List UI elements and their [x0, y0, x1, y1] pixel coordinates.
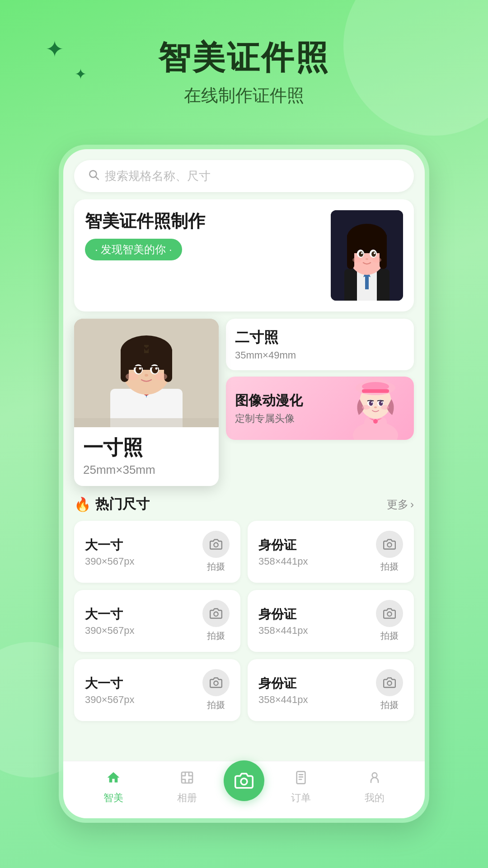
size-item-4-dim: 390×567px: [85, 694, 135, 706]
app-header: ✦ ✦ 智美证件照 在线制作证件照: [0, 0, 488, 121]
svg-point-19: [366, 258, 368, 260]
svg-point-81: [372, 773, 377, 778]
size-item-4-info: 大一寸 390×567px: [85, 675, 135, 706]
nav-album-label: 相册: [177, 791, 197, 805]
svg-line-1: [96, 177, 99, 179]
svg-rect-12: [380, 242, 387, 269]
size-item-4-name: 大一寸: [85, 675, 135, 692]
hot-section-header: 🔥 热门尺寸 更多 ›: [74, 495, 414, 514]
yicun-photo-card[interactable]: 一寸照 25mm×35mm: [74, 319, 219, 486]
camera-btn-1[interactable]: 拍摄: [376, 531, 403, 573]
app-subtitle: 在线制作证件照: [0, 84, 488, 107]
camera-label-1: 拍摄: [380, 561, 399, 573]
nav-item-mine[interactable]: 我的: [338, 770, 412, 805]
hero-text-area: 智美证件照制作 · 发现智美的你 ·: [85, 210, 331, 260]
camera-btn-0[interactable]: 拍摄: [202, 531, 230, 573]
nav-mine-label: 我的: [365, 791, 385, 805]
yicun-size: 25mm×35mm: [83, 463, 210, 477]
camera-label-2: 拍摄: [207, 630, 225, 642]
size-item-3[interactable]: 身份证 358×441px 拍摄: [248, 590, 414, 652]
svg-point-74: [387, 681, 391, 685]
anime-card-text: 图像动漫化 定制专属头像: [235, 392, 346, 425]
size-item-0[interactable]: 大一寸 390×567px 拍摄: [74, 521, 240, 583]
svg-point-53: [373, 419, 378, 424]
hero-banner: 智美证件照制作 · 发现智美的你 ·: [74, 199, 414, 311]
size-item-2-dim: 390×567px: [85, 625, 135, 637]
ercun-title: 二寸照: [235, 328, 405, 348]
svg-point-44: [145, 374, 148, 377]
size-item-1-name: 身份证: [258, 537, 308, 554]
size-item-4[interactable]: 大一寸 390×567px 拍摄: [74, 659, 240, 721]
size-item-0-info: 大一寸 390×567px: [85, 537, 135, 567]
svg-point-69: [214, 543, 218, 547]
size-item-1[interactable]: 身份证 358×441px 拍摄: [248, 521, 414, 583]
home-icon: [106, 770, 121, 788]
size-item-0-dim: 390×567px: [85, 556, 135, 567]
svg-rect-47: [74, 418, 219, 427]
nav-item-album[interactable]: 相册: [150, 770, 224, 805]
camera-btn-5[interactable]: 拍摄: [376, 669, 403, 711]
bottom-navigation: 智美 相册: [63, 761, 425, 818]
svg-point-18: [374, 252, 375, 254]
search-icon: [88, 169, 99, 184]
camera-icon-0: [202, 531, 230, 558]
hero-avatar-image: [331, 210, 403, 301]
svg-point-20: [352, 257, 361, 263]
search-bar[interactable]: 搜索规格名称、尺寸: [74, 160, 414, 192]
size-item-1-info: 身份证 358×441px: [258, 537, 308, 567]
more-link[interactable]: 更多 ›: [387, 497, 414, 512]
ercun-size: 35mm×49mm: [235, 349, 405, 361]
svg-point-65: [381, 402, 383, 403]
svg-point-21: [372, 257, 381, 263]
camera-label-4: 拍摄: [207, 699, 225, 711]
yicun-title: 一寸照: [83, 434, 210, 461]
camera-icon-5: [376, 669, 403, 696]
svg-rect-59: [362, 389, 389, 393]
svg-point-71: [214, 612, 218, 616]
camera-icon-1: [376, 531, 403, 558]
svg-point-62: [369, 401, 373, 406]
camera-icon-3: [376, 600, 403, 627]
sparkle-icon-1: ✦: [45, 36, 64, 62]
size-item-2-info: 大一寸 390×567px: [85, 606, 135, 637]
nav-home-label: 智美: [103, 791, 123, 805]
phone-screen: 搜索规格名称、尺寸 智美证件照制作 · 发现智美的你 ·: [63, 149, 425, 818]
nav-order-label: 订单: [291, 791, 311, 805]
size-item-3-name: 身份证: [258, 606, 308, 623]
anime-card-sub: 定制专属头像: [235, 412, 346, 425]
camera-btn-3[interactable]: 拍摄: [376, 600, 403, 642]
size-item-3-dim: 358×441px: [258, 625, 308, 637]
yicun-photo-image: [74, 319, 219, 427]
search-placeholder-text: 搜索规格名称、尺寸: [105, 168, 211, 184]
svg-point-73: [214, 681, 218, 685]
size-item-5-info: 身份证 358×441px: [258, 675, 308, 706]
svg-point-43: [155, 368, 158, 370]
fire-icon: 🔥: [74, 496, 91, 512]
size-item-2[interactable]: 大一寸 390×567px 拍摄: [74, 590, 240, 652]
camera-btn-2[interactable]: 拍摄: [202, 600, 230, 642]
yicun-card-info: 一寸照 25mm×35mm: [74, 427, 219, 486]
svg-point-41: [152, 366, 158, 373]
camera-btn-4[interactable]: 拍摄: [202, 669, 230, 711]
anime-card[interactable]: 图像动漫化 定制专属头像: [226, 377, 414, 440]
more-text: 更多: [387, 497, 408, 512]
size-item-0-name: 大一寸: [85, 537, 135, 554]
svg-point-64: [371, 402, 373, 403]
size-item-2-name: 大一寸: [85, 606, 135, 623]
size-item-5-dim: 358×441px: [258, 694, 308, 706]
svg-rect-6: [365, 276, 369, 289]
camera-label-3: 拍摄: [380, 630, 399, 642]
hot-sizes-section: 🔥 热门尺寸 更多 › 大一寸 390×567px: [74, 495, 414, 721]
svg-point-72: [387, 612, 391, 616]
svg-point-66: [374, 406, 377, 408]
ercun-card[interactable]: 二寸照 35mm×49mm: [226, 319, 414, 370]
order-icon: [294, 770, 308, 788]
anime-card-bg: 图像动漫化 定制专属头像: [226, 377, 414, 440]
nav-item-order[interactable]: 订单: [264, 770, 338, 805]
nav-item-home[interactable]: 智美: [77, 770, 150, 805]
svg-point-15: [359, 251, 363, 257]
camera-action-button[interactable]: [224, 760, 264, 801]
hero-badge[interactable]: · 发现智美的你 ·: [85, 239, 182, 260]
size-item-1-dim: 358×441px: [258, 556, 308, 567]
size-item-5[interactable]: 身份证 358×441px 拍摄: [248, 659, 414, 721]
